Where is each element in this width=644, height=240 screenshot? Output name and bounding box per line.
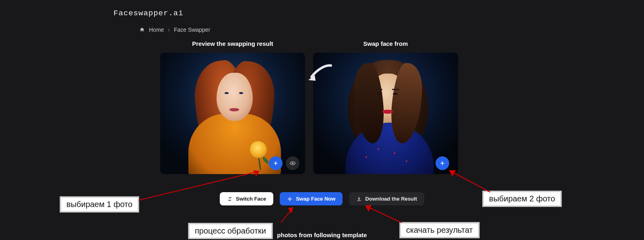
download-result-button[interactable]: Download the Result <box>349 192 424 205</box>
preview-title: Preview the swapping result <box>160 40 305 47</box>
source-title: Swap face from <box>313 40 458 47</box>
annotation-download: скачать результат <box>399 222 480 238</box>
chevron-right-icon: › <box>168 27 170 33</box>
svg-point-2 <box>292 162 293 164</box>
source-image <box>313 53 458 174</box>
switch-face-label: Switch Face <box>236 196 266 202</box>
template-caption: photos from following template <box>0 232 644 238</box>
view-preview-button[interactable] <box>286 156 299 170</box>
magic-icon <box>287 196 293 202</box>
download-result-label: Download the Result <box>365 196 417 202</box>
svg-marker-16 <box>288 207 293 213</box>
download-icon <box>356 196 362 202</box>
swap-face-now-label: Swap Face Now <box>296 196 335 202</box>
switch-icon <box>227 196 233 202</box>
svg-line-17 <box>365 206 402 223</box>
breadcrumb-current: Face Swapper <box>174 27 210 33</box>
preview-image <box>160 53 305 174</box>
annotation-select-photo-2: выбираем 2 фото <box>482 191 562 207</box>
annotation-arrow <box>361 203 406 224</box>
switch-face-button[interactable]: Switch Face <box>220 192 273 205</box>
add-source-image-button[interactable] <box>436 156 449 170</box>
svg-marker-18 <box>365 205 371 211</box>
annotation-select-photo-1: выбираем 1 фото <box>60 196 139 213</box>
breadcrumb: Home › Face Swapper <box>139 27 210 33</box>
app-logo[interactable]: Faceswapper.ai <box>114 9 184 18</box>
add-preview-image-button[interactable] <box>269 156 283 170</box>
breadcrumb-home[interactable]: Home <box>149 27 164 33</box>
svg-point-6 <box>289 198 291 200</box>
swap-face-now-button[interactable]: Swap Face Now <box>280 192 343 205</box>
home-icon <box>139 27 145 33</box>
annotation-arrow <box>278 204 298 224</box>
svg-line-15 <box>281 207 293 223</box>
arrow-left-icon <box>306 62 334 86</box>
annotation-processing: процесс обработки <box>188 223 273 239</box>
